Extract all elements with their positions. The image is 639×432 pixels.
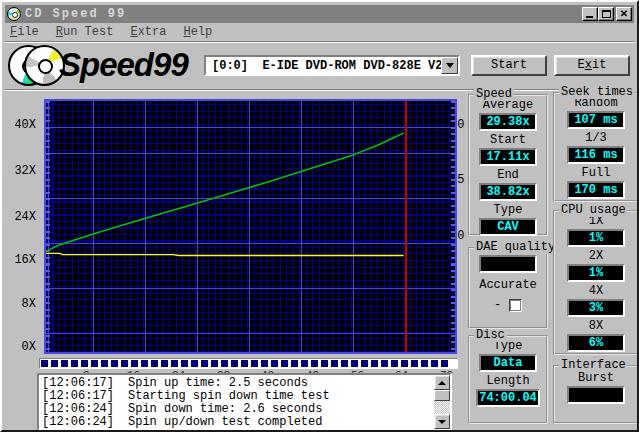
- menu-file[interactable]: File: [10, 25, 39, 40]
- disc-length-label: Length: [470, 375, 546, 388]
- menu-bar: File Run Test Extra Help: [6, 25, 212, 40]
- drive-select[interactable]: [0:0] E-IDE DVD-ROM DVD-828E V221L: [204, 55, 460, 76]
- close-icon: ✕: [617, 8, 631, 20]
- speed-average-value: 29.38x: [479, 113, 537, 131]
- toolbar-separator: [4, 89, 635, 91]
- test-progress-fill: [41, 360, 448, 367]
- arrow-up-icon: [438, 381, 446, 385]
- y-axis-left-tick: 0X: [2, 341, 36, 353]
- seek-full-value: 170 ms: [567, 181, 625, 199]
- panel-seek-times: Seek times Random 107 ms 1/3 116 ms Full…: [553, 92, 639, 202]
- cpu-8x-label: 8X: [555, 320, 637, 333]
- dae-quality-value: [479, 255, 537, 273]
- disc-type-value: Data: [479, 354, 537, 372]
- scroll-up-button[interactable]: [434, 375, 450, 390]
- dae-accurate-checkbox[interactable]: [509, 299, 522, 312]
- drive-select-dropdown-button[interactable]: [441, 57, 458, 74]
- title-bar[interactable]: CD Speed 99 ✕: [5, 5, 634, 23]
- cpu-4x-label: 4X: [555, 285, 637, 298]
- panel-speed: Speed Average 29.38x Start 17.11x End 38…: [468, 94, 548, 236]
- panel-dae-title: DAE quality: [474, 241, 557, 254]
- menu-run-test[interactable]: Run Test: [56, 25, 114, 40]
- maximize-icon: [602, 10, 611, 18]
- panel-dae-quality: DAE quality Accurate -: [468, 247, 548, 329]
- close-button[interactable]: ✕: [616, 7, 632, 21]
- log-listbox[interactable]: [12:06:17]Spin up time: 2.5 seconds [12:…: [37, 373, 452, 431]
- panel-speed-title: Speed: [474, 88, 514, 101]
- cpu-2x-label: 2X: [555, 250, 637, 263]
- interface-burst-value: [567, 386, 625, 404]
- log-row: [12:06:24]Spin up/down test completed: [42, 416, 431, 428]
- log-lines: [12:06:17]Spin up time: 2.5 seconds [12:…: [42, 377, 431, 428]
- dae-dash-label: -: [494, 298, 501, 312]
- read-speed-line: [46, 133, 404, 252]
- panel-cpu-title: CPU usage: [559, 204, 628, 217]
- dae-accurate-label: Accurate: [470, 279, 546, 292]
- menu-separator: [4, 41, 635, 43]
- y-axis-left-tick: 40X: [2, 119, 36, 131]
- minimize-icon: [586, 16, 593, 18]
- exit-button[interactable]: Exit: [554, 55, 630, 76]
- panel-disc: Disc Type Data Length 74:00.04: [468, 335, 548, 424]
- seek-third-value: 116 ms: [567, 146, 625, 164]
- panel-interface-title: Interface: [559, 359, 628, 372]
- panel-interface: Interface Burst: [553, 365, 639, 424]
- cpu-2x-value: 1%: [567, 264, 625, 282]
- speed-end-label: End: [470, 169, 546, 182]
- seek-random-value: 107 ms: [567, 111, 625, 129]
- speed-chart: [44, 99, 457, 354]
- speed-start-label: Start: [470, 134, 546, 147]
- chart-lines: [46, 101, 455, 352]
- menu-extra[interactable]: Extra: [130, 25, 166, 40]
- chevron-down-icon: [446, 63, 454, 72]
- scroll-thumb[interactable]: [434, 390, 450, 401]
- speed-start-value: 17.11x: [479, 148, 537, 166]
- scroll-down-button[interactable]: [434, 414, 450, 429]
- y-axis-left-tick: 32X: [2, 165, 36, 177]
- speed-type-label: Type: [470, 204, 546, 217]
- y-axis-left-tick: 16X: [2, 254, 36, 266]
- app-cd-icon: [7, 7, 21, 21]
- test-progress-bar: [39, 358, 458, 369]
- log-scrollbar[interactable]: [434, 375, 450, 429]
- maximize-button[interactable]: [598, 7, 614, 21]
- end-marker-line: [405, 101, 407, 352]
- app-logo-text: Speed99: [59, 46, 188, 84]
- speed-type-value: CAV: [479, 218, 537, 236]
- speed-end-value: 38.82x: [479, 183, 537, 201]
- cpu-8x-value: 6%: [567, 334, 625, 352]
- panel-seek-title: Seek times: [559, 86, 635, 99]
- cpu-1x-value: 1%: [567, 229, 625, 247]
- menu-help[interactable]: Help: [183, 25, 212, 40]
- window-title: CD Speed 99: [25, 7, 126, 21]
- app-window: CD Speed 99 ✕ File Run Test Extra Help S…: [0, 0, 639, 432]
- cpu-4x-value: 3%: [567, 299, 625, 317]
- y-axis-left-tick: 24X: [2, 211, 36, 223]
- panel-cpu-usage: CPU usage 1X 1% 2X 1% 4X 3% 8X 6%: [553, 210, 639, 355]
- interface-burst-label: Burst: [555, 372, 637, 385]
- rotation-speed-line: [46, 253, 404, 255]
- arrow-down-icon: [438, 420, 446, 424]
- seek-third-label: 1/3: [555, 132, 637, 145]
- drive-select-value: [0:0] E-IDE DVD-ROM DVD-828E V221L: [206, 59, 441, 73]
- app-logo-icon: [8, 45, 60, 88]
- minimize-button[interactable]: [582, 7, 598, 21]
- y-axis-left-tick: 8X: [2, 298, 36, 310]
- disc-length-value: 74:00.04: [476, 389, 540, 407]
- start-button[interactable]: Start: [471, 55, 547, 76]
- seek-full-label: Full: [555, 167, 637, 180]
- panel-disc-title: Disc: [474, 329, 507, 342]
